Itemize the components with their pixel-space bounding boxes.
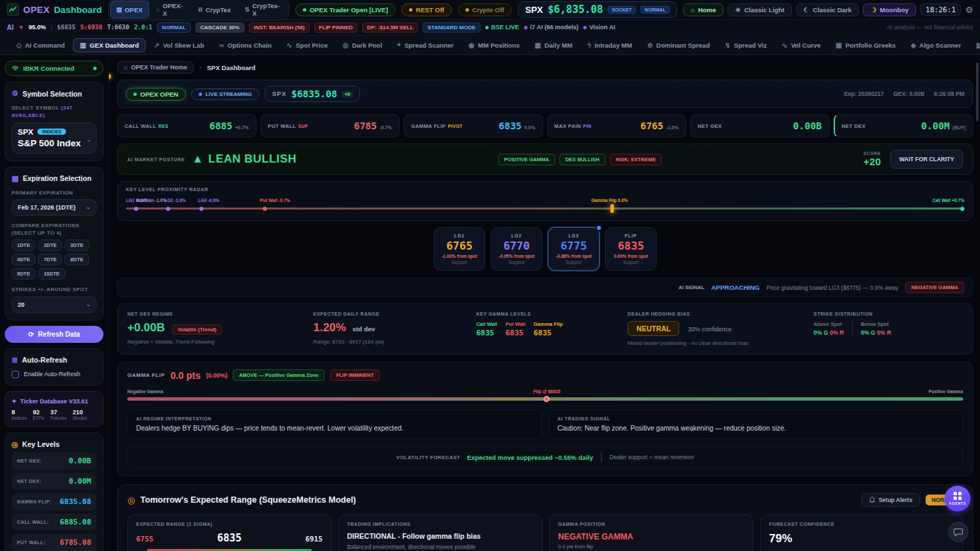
market-tab-opex-x[interactable]: ⌂ OPEX-X xyxy=(150,1,191,18)
divider: | xyxy=(600,451,602,463)
kg-gamma-flip: Gamma Flip6835 xyxy=(534,321,563,337)
confidence-value: 79% xyxy=(769,532,954,546)
spx-price: $6,835.08 xyxy=(548,3,603,16)
dte-option-8[interactable]: 8DTE xyxy=(65,254,88,265)
agents-fab-button[interactable]: AGENTS xyxy=(945,486,970,512)
crypto-status-pill[interactable]: Crypto Off xyxy=(458,3,512,16)
moon-icon: ☾ xyxy=(804,6,810,14)
wait-for-clarity-button[interactable]: WAIT FOR CLARITY xyxy=(890,150,963,169)
flip-card[interactable]: FLIP 6835 0.00% from spot Support xyxy=(605,227,657,271)
tab-spread-scanner[interactable]: ⌖Spread Scanner xyxy=(391,37,461,52)
tab-spot-price[interactable]: ∿Spot Price xyxy=(280,38,334,52)
rest-status-pill[interactable]: REST Off xyxy=(402,3,452,16)
curve-icon: ∿ xyxy=(782,41,787,49)
dte-option-4[interactable]: 4DTE xyxy=(12,254,35,265)
radar-label-flip: Gamma Flip 0.0% xyxy=(591,198,628,203)
briefcase-icon: ▣ xyxy=(836,41,842,49)
ai-market-posture-card: AI MARKET POSTURE ▲ LEAN BULLISH POSITIV… xyxy=(117,144,973,175)
sidebar: IBKR Connected ⚙ Symbol Selection SELECT… xyxy=(0,55,109,551)
ai-label: AI xyxy=(7,24,14,31)
market-tab-cryptex[interactable]: Ƀ CrypTex xyxy=(192,1,237,18)
strikes-select[interactable]: 20 ⌄ xyxy=(12,297,97,313)
lg1-card[interactable]: LG1 6765 -1.03% from spot Support xyxy=(434,227,485,271)
ibkr-connection-pill[interactable]: IBKR Connected xyxy=(5,61,103,76)
dte-option-7[interactable]: 7DTE xyxy=(38,254,62,265)
ai-dot-icon xyxy=(524,26,527,29)
home-button[interactable]: ⌂ Home xyxy=(683,3,723,16)
tab-algo-scanner[interactable]: ◈Algo Scanner xyxy=(904,38,968,52)
strike-distribution: STRIKE DISTRIBUTION Above Spot 0% G 0% R… xyxy=(814,312,963,346)
sparkle-icon: ✦ xyxy=(12,398,17,405)
tab-vol-curve[interactable]: ∿Vol Curve xyxy=(775,38,828,52)
key-level-net-gex: NET GEX:0.00B xyxy=(12,452,97,469)
tab-dominant-spread[interactable]: ⊚Dominant Spread xyxy=(640,38,717,52)
neutral-bias-badge: NEUTRAL xyxy=(627,321,679,336)
tab-mm-positions[interactable]: ◉MM Positions xyxy=(462,38,527,52)
tab-vol-skew-lab[interactable]: ↗Vol Skew Lab xyxy=(147,38,211,52)
dte-option-1[interactable]: 1DTE xyxy=(12,239,35,251)
market-tab-label: OPEX-X xyxy=(163,2,184,17)
chat-fab-button[interactable] xyxy=(948,522,968,542)
theme-classic-light-button[interactable]: ☀ Classic Light xyxy=(728,3,792,16)
tomorrow-range-section: ◎ Tomorrow's Expected Range (SqueezeMetr… xyxy=(117,484,973,551)
tab-gex-dashboard[interactable]: ▥GEX Dashboard xyxy=(73,38,146,52)
scrollbar-thumb[interactable] xyxy=(976,63,979,121)
tab-intraday-mm[interactable]: ϟIntraday MM xyxy=(581,38,639,52)
status-dot-icon xyxy=(466,8,469,12)
lg2-card[interactable]: LG2 6770 -0.95% from spot Support xyxy=(491,227,542,271)
regime-stats-card: NET GEX REGIME +0.00B Volatile (Trend) N… xyxy=(117,303,973,354)
tab-spread-viz[interactable]: ↯Spread Viz xyxy=(718,38,774,52)
brand-opex: OPEX xyxy=(23,5,50,15)
symbol-selector[interactable]: SPX INDICES S&P 500 Index ⌄ xyxy=(12,122,97,154)
lg3-card-selected[interactable]: LG3 6775 -0.88% from spot Support xyxy=(548,227,600,271)
theme-light-label: Classic Light xyxy=(745,6,785,14)
up-triangle-icon: ▲ xyxy=(192,152,203,166)
bse-live-label: BSE LIVE xyxy=(491,24,519,31)
settings-gear-icon[interactable]: ⚙ xyxy=(965,5,973,15)
alert-dot xyxy=(109,74,111,79)
refresh-data-button[interactable]: ⟳ Refresh Data xyxy=(5,326,103,343)
chat-bubble-icon xyxy=(953,528,963,537)
select-symbol-label: SELECT SYMBOL (347 AVAILABLE) xyxy=(12,104,97,120)
dte-option-2[interactable]: 2DTE xyxy=(38,239,62,251)
dte-option-10[interactable]: 10DTE xyxy=(38,268,65,280)
tab-more-clipped[interactable]: ▤ xyxy=(969,38,980,52)
trader-status-pill[interactable]: OPEX Trader Open [LIVE] xyxy=(295,3,395,16)
tab-daily-mm[interactable]: ▦Daily MM xyxy=(528,38,580,52)
gamma-flip-label: GAMMA FLIP xyxy=(127,372,165,378)
radar-dot-putwall xyxy=(263,207,267,211)
tab-options-chain[interactable]: ∞Options Chain xyxy=(212,38,278,52)
tab-label: Spread Scanner xyxy=(404,41,453,49)
key-metrics-row: CALL WALLRES 6885+0.7% PUT WALLSUP 6785-… xyxy=(117,114,973,137)
gex-meta: GEX: 0.00B xyxy=(894,90,925,97)
tab-label: Spot Price xyxy=(295,41,327,49)
dte-option-9[interactable]: 9DTE xyxy=(12,268,35,280)
trading-implications-card: TRADING IMPLICATIONS DIRECTIONAL - Follo… xyxy=(338,514,542,551)
dte-option-3[interactable]: 3DTE xyxy=(65,239,88,251)
normal-regime-badge: NORMAL xyxy=(157,22,191,33)
market-tab-opex[interactable]: ▥ OPEX xyxy=(110,1,149,18)
breadcrumb-home-link[interactable]: ⌂ OPEX Trader Home xyxy=(117,61,194,73)
market-tab-cryptex-x[interactable]: ⇅ CrypTex-X xyxy=(238,1,287,18)
positive-gamma-badge: POSITIVE GAMMA xyxy=(498,154,555,165)
risk-extreme-badge: RISK: EXTREME xyxy=(610,154,662,165)
standard-mode-badge: STANDARD MODE xyxy=(423,22,480,33)
tab-ai-command[interactable]: ◇AI Command xyxy=(10,38,71,52)
auto-refresh-checkbox[interactable] xyxy=(12,371,19,378)
breadcrumb: ⌂ OPEX Trader Home › SPX Dashboard xyxy=(117,61,973,73)
setup-alerts-button[interactable]: Setup Alerts xyxy=(862,493,920,507)
negative-gamma-badge: NEGATIVE GAMMA xyxy=(905,282,964,293)
ticker-database-card: ✦ Ticker Database V33.61 8Indices 92ETFs… xyxy=(5,391,103,427)
tab-dark-pool[interactable]: ◎Dark Pool xyxy=(336,38,389,52)
tab-portfolio-greeks[interactable]: ▣Portfolio Greeks xyxy=(829,38,902,52)
app-logo[interactable]: OPEX Dashboard xyxy=(7,3,102,16)
enable-auto-refresh-row[interactable]: Enable Auto-Refresh xyxy=(12,371,97,378)
radar-line xyxy=(126,207,964,210)
metric-net-dex: NET DEX 0.00M(BUY) xyxy=(834,114,974,137)
theme-moonboy-button[interactable]: ☽ Moonboy xyxy=(863,3,916,16)
primary-expiration-select[interactable]: Feb 17, 2026 (1DTE) ⌄ xyxy=(12,199,97,216)
key-levels-card: ◎ Key Levels NET GEX:0.00B NET DEX:0.00M… xyxy=(5,433,103,551)
theme-classic-dark-button[interactable]: ☾ Classic Dark xyxy=(796,3,860,16)
tab-label: GEX Dashboard xyxy=(90,41,139,49)
auto-refresh-card: ≣ Auto-Refresh Enable Auto-Refresh xyxy=(5,348,103,386)
